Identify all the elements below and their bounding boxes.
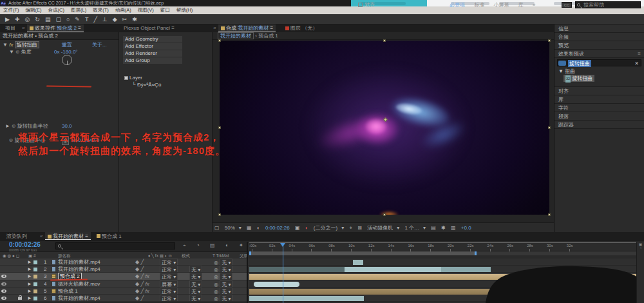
about-link[interactable]: 关于... bbox=[92, 41, 107, 48]
tool-icon[interactable]: ◆ bbox=[113, 14, 117, 24]
expander-open-icon[interactable]: ▼ bbox=[3, 42, 8, 48]
layer-bar-5[interactable] bbox=[249, 289, 641, 295]
layer-switches[interactable]: ◆ ╱ fx bbox=[135, 288, 160, 294]
workspace-tab-small-screen[interactable]: 小屏幕 bbox=[493, 2, 509, 8]
stopwatch-icon[interactable]: ⊙ bbox=[15, 49, 19, 55]
expander-open-icon[interactable]: ▼ bbox=[9, 49, 14, 55]
viewer-timecode[interactable]: 0:00:02:26 bbox=[265, 225, 290, 231]
panel-paragraph[interactable]: 段落 bbox=[554, 112, 644, 121]
clear-search-icon[interactable]: ✕ bbox=[634, 60, 639, 67]
breadcrumb-parent[interactable]: 预合成 1 bbox=[258, 33, 278, 39]
blend-mode-select[interactable]: 正常 ▾ bbox=[160, 288, 178, 294]
pickwhip-icon[interactable]: ◎ bbox=[214, 274, 218, 279]
camera-select[interactable]: 活动摄像机 bbox=[367, 225, 393, 231]
layer-bar-6[interactable] bbox=[249, 296, 364, 301]
tool-icon[interactable]: ✱ bbox=[132, 14, 137, 24]
label-color-chip[interactable] bbox=[33, 282, 37, 286]
tool-icon[interactable]: ▶ bbox=[5, 14, 10, 24]
playhead-line[interactable] bbox=[283, 244, 283, 303]
expander-icon[interactable]: ► bbox=[27, 281, 32, 287]
dropdown-icon[interactable]: ▾ bbox=[239, 225, 242, 231]
expander-icon[interactable]: ► bbox=[5, 123, 10, 129]
tab-comp-other[interactable]: 预合成 1 bbox=[97, 232, 122, 241]
tool-icon[interactable]: ╱ bbox=[93, 14, 97, 24]
parent-select[interactable]: 无 ▾ bbox=[220, 295, 232, 301]
selection-handle[interactable] bbox=[218, 213, 221, 216]
layer-name[interactable]: 预合成 1 bbox=[58, 288, 135, 294]
transparency-grid-icon[interactable]: ⊠ bbox=[357, 225, 362, 231]
pickwhip-icon[interactable]: ◎ bbox=[214, 260, 218, 265]
tab-render-queue[interactable]: 渲染队列 bbox=[6, 232, 27, 241]
pickwhip-icon[interactable]: ◎ bbox=[214, 267, 218, 272]
trkmat-select[interactable]: 无 ▾ bbox=[189, 280, 202, 287]
stopwatch-icon[interactable]: ⊙ bbox=[9, 137, 13, 143]
tree-child-label[interactable]: Ðý×ªÅ¤Çú bbox=[137, 82, 161, 88]
tree-root-label[interactable]: Layer bbox=[129, 75, 142, 81]
selection-handle[interactable] bbox=[383, 213, 386, 216]
tools-group[interactable]: ▶✚◎↻▤▢○✎T╱⊥◆✂✱ bbox=[3, 17, 140, 23]
workspace-tab-libraries[interactable]: 库 bbox=[518, 2, 524, 8]
layer-name[interactable]: 循环火焰素材.mov bbox=[58, 280, 135, 287]
layer-bar-2-tail[interactable] bbox=[441, 267, 491, 272]
time-ruler[interactable]: :00s02s04s06s08s10s12s14s16s18s20s22s24s… bbox=[248, 243, 638, 251]
selection-handle[interactable] bbox=[383, 39, 386, 42]
timeline-layer-row-2[interactable]: ► 2 我开始的素材.mp4 ◆ ╱ 正常 ▾ 无 ▾ ◎ 无 ▾ bbox=[0, 266, 247, 273]
trkmat-select[interactable]: 无 ▾ bbox=[189, 266, 202, 272]
collapse-icon[interactable]: « bbox=[22, 24, 24, 32]
playhead-handle[interactable] bbox=[280, 243, 285, 247]
menu-item[interactable]: 动画(A) bbox=[115, 7, 131, 13]
collapse-icon[interactable]: « bbox=[40, 232, 43, 241]
angle-dial[interactable] bbox=[62, 55, 72, 65]
effects-result-row[interactable]: 32旋转扭曲 bbox=[554, 75, 644, 82]
eye-icon[interactable] bbox=[1, 282, 6, 286]
parent-select[interactable]: 无 ▾ bbox=[220, 266, 232, 272]
pickwhip-icon[interactable]: ◎ bbox=[214, 296, 218, 301]
menu-bar[interactable]: 文件(F)编辑(E)合成(C)图层(L)效果(T)动画(A)视图(V)窗口帮助(… bbox=[0, 6, 644, 14]
av-cell[interactable] bbox=[0, 259, 24, 265]
stopwatch-icon[interactable]: ⊙ bbox=[12, 123, 15, 129]
view-layout-select[interactable]: 1 个… bbox=[404, 225, 419, 231]
selection-handle[interactable] bbox=[548, 39, 551, 42]
current-timecode[interactable]: 0:00:02:26 bbox=[9, 241, 41, 248]
layer-bar-2[interactable] bbox=[345, 267, 441, 272]
panel-audio[interactable]: 音频 bbox=[554, 33, 644, 41]
tool-icon[interactable]: ✚ bbox=[15, 14, 20, 24]
radius-property-row[interactable]: ► ⊙ 旋转扭曲半径 30.0 bbox=[0, 122, 119, 130]
selection-handle[interactable] bbox=[548, 213, 551, 216]
layer-bar-1[interactable] bbox=[353, 260, 363, 265]
layer-name[interactable]: 我开始的素材.mp4 bbox=[58, 266, 135, 272]
effects-category-distort[interactable]: ▼ 扭曲 bbox=[554, 68, 644, 75]
mask-toggle-icon[interactable]: ◐ bbox=[257, 225, 260, 231]
label-color-chip[interactable] bbox=[33, 275, 37, 279]
work-area-start-bracket[interactable] bbox=[249, 251, 251, 255]
tab-comp-active[interactable]: 我开始的素材 ≡ bbox=[45, 232, 91, 240]
blend-mode-select[interactable]: 正常 ▾ bbox=[160, 273, 178, 279]
pickwhip-icon[interactable]: ◎ bbox=[214, 289, 218, 294]
cc-sync-chip[interactable]: CC bbox=[562, 2, 572, 8]
tool-icon[interactable]: ⊥ bbox=[102, 14, 108, 24]
menu-item[interactable]: 效果(T) bbox=[93, 7, 109, 13]
tool-icon[interactable]: ✎ bbox=[75, 14, 80, 24]
timeline-layer-row-6[interactable]: ► 6 我开始的素材.mp4 ◆ ╱ 正常 ▾ 无 ▾ ◎ 无 ▾ bbox=[0, 295, 247, 302]
angle-property-row[interactable]: ▼ ⊙ 角度 0x -180.0° bbox=[0, 48, 118, 55]
selection-handle[interactable] bbox=[548, 126, 551, 129]
reset-link[interactable]: 重置 bbox=[62, 41, 72, 48]
menu-item[interactable]: 窗口 bbox=[160, 7, 170, 13]
parent-select[interactable]: 无 ▾ bbox=[220, 259, 232, 265]
layer-switches[interactable]: ◆ ╱ bbox=[135, 295, 160, 301]
panel-info[interactable]: 信息 bbox=[554, 24, 644, 33]
timeline-search-input[interactable] bbox=[55, 242, 175, 249]
timeline-layer-row-4[interactable]: ► 4 循环火焰素材.mov ◆ ╱ fx 屏幕 ▾ 无 ▾ ◎ 无 ▾ bbox=[0, 280, 247, 288]
layer-bar-4[interactable] bbox=[254, 282, 299, 287]
av-cell[interactable] bbox=[0, 266, 24, 272]
tool-icon[interactable]: ↻ bbox=[35, 14, 40, 24]
parent-select[interactable]: 无 ▾ bbox=[220, 273, 232, 279]
trkmat-select[interactable]: 无 ▾ bbox=[189, 288, 202, 294]
blend-mode-select[interactable]: 正常 ▾ bbox=[160, 295, 178, 301]
workspace-tab-essentials[interactable]: 必要项 bbox=[450, 2, 465, 8]
workspace-tab-standard[interactable]: 标准 bbox=[474, 2, 484, 8]
dropdown-icon[interactable]: ▾ bbox=[397, 225, 399, 231]
zoom-level[interactable]: 50% bbox=[225, 225, 235, 231]
help-search-input[interactable]: 搜索帮助 bbox=[575, 1, 641, 8]
panel-preview[interactable]: 预览 bbox=[554, 41, 644, 50]
